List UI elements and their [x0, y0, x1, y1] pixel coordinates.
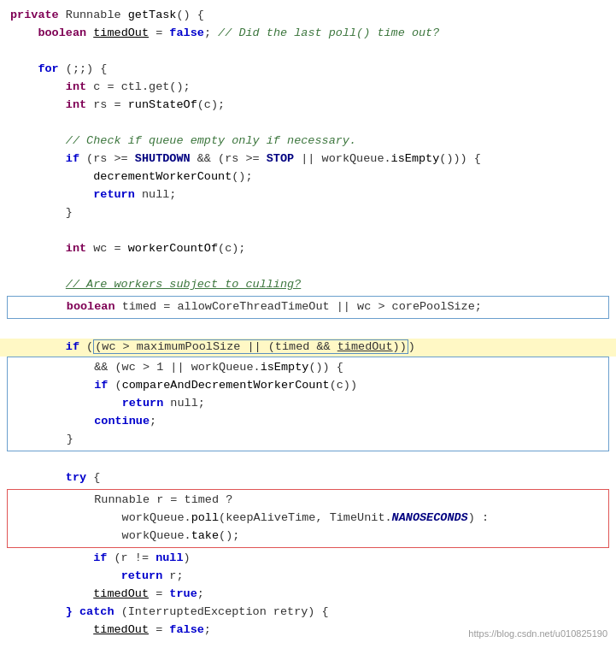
keyword: return — [121, 569, 163, 582]
keyword: return — [122, 397, 164, 410]
code-line-19-highlight: if ((wc > maximumPoolSize || (timed && t… — [0, 339, 616, 357]
keyword: boolean — [67, 300, 115, 313]
method-decrement: decrementWorkerCount — [93, 170, 232, 183]
code-line-6: int rs = runStateOf(c); — [0, 97, 616, 115]
keyword: if — [93, 551, 107, 564]
code-line-20b: if (compareAndDecrementWorkerCount(c)) — [11, 377, 605, 395]
code-line-5: int c = ctl.get(); — [0, 79, 616, 97]
code-line-23b: workQueue.poll(keepAliveTime, TimeUnit.N… — [11, 510, 605, 528]
code-line-26: timedOut = true; — [0, 586, 616, 604]
keyword: return — [93, 188, 135, 201]
method-isempty2: isEmpty — [261, 361, 309, 374]
keyword: } catch — [66, 605, 114, 618]
code-line-17: boolean timed = allowCoreThreadTimeOut |… — [11, 298, 605, 316]
code-line-4: for (;;) { — [0, 61, 616, 79]
keyword: if — [66, 152, 79, 165]
code-line-blank-6 — [0, 451, 616, 469]
watermark: https://blog.csdn.net/u010825190 — [468, 627, 607, 641]
code-line-blank-5 — [0, 321, 616, 339]
var-timedout2: timedOut — [337, 340, 393, 353]
code-line-25: return r; — [0, 568, 616, 586]
keyword: boolean — [38, 27, 86, 39]
code-line-blank-2 — [0, 115, 616, 133]
code-line-27: } catch (InterruptedException retry) { — [0, 604, 616, 622]
keyword: int — [66, 242, 86, 255]
keyword: false — [169, 623, 204, 636]
keyword: continue — [94, 415, 150, 427]
method-name: getTask — [128, 9, 177, 21]
code-line-23a: Runnable r = timed ? — [11, 492, 605, 510]
comment: // Check if queue empty only if necessar… — [66, 134, 356, 147]
keyword: int — [66, 80, 86, 93]
box-red-runnable: Runnable r = timed ? workQueue.poll(keep… — [7, 489, 609, 548]
keyword: if — [94, 379, 108, 392]
box-blue-timed: boolean timed = allowCoreThreadTimeOut |… — [7, 296, 609, 319]
method-cas: compareAndDecrementWorkerCount — [122, 379, 330, 392]
code-line-1: private Runnable getTask() { — [0, 7, 616, 25]
inline-box-condition: (wc > maximumPoolSize || (timed && timed… — [93, 339, 408, 354]
const-stop: STOP — [267, 152, 294, 165]
code-line-22: try { — [0, 469, 616, 487]
code-line-blank-4 — [0, 258, 616, 276]
code-viewer: private Runnable getTask() { boolean tim… — [0, 0, 616, 646]
code-line-14: int wc = workerCountOf(c); — [0, 240, 616, 258]
code-line-11: return null; — [0, 186, 616, 204]
var-timedout: timedOut — [93, 27, 149, 39]
comment-culling: // Are workers subject to culling? — [66, 278, 301, 291]
code-line-blank-1 — [0, 43, 616, 61]
code-line-23c: workQueue.take(); — [11, 528, 605, 545]
method-runstateof: runStateOf — [128, 98, 197, 111]
code-line-comment-2: // Are workers subject to culling? — [0, 276, 616, 294]
code-line-20c: return null; — [11, 395, 605, 413]
keyword: for — [38, 62, 58, 75]
code-line-blank-3 — [0, 222, 616, 240]
code-line-10: decrementWorkerCount(); — [0, 168, 616, 186]
var-timedout3: timedOut — [93, 587, 149, 600]
keyword: false — [169, 27, 204, 39]
code-line-20e: } — [11, 431, 605, 449]
method-poll: poll — [191, 511, 219, 524]
method-isempty: isEmpty — [391, 152, 440, 165]
code-line-comment-1: // Check if queue empty only if necessar… — [0, 133, 616, 150]
keyword: if — [66, 340, 79, 353]
const-nanoseconds: NANOSECONDS — [392, 511, 468, 524]
const-shutdown: SHUTDOWN — [135, 152, 191, 165]
keyword: private — [10, 9, 59, 21]
keyword: int — [66, 98, 86, 111]
comment: // Did the last poll() time out? — [218, 27, 439, 39]
code-line-20a: && (wc > 1 || workQueue.isEmpty()) { — [11, 359, 605, 377]
code-line-12: } — [0, 204, 616, 222]
method-workercountof: workerCountOf — [128, 242, 218, 255]
box-blue-inner: && (wc > 1 || workQueue.isEmpty()) { if … — [7, 357, 609, 451]
code-line-24: if (r != null) — [0, 550, 616, 568]
keyword: try — [66, 471, 86, 484]
var-timedout4: timedOut — [93, 623, 149, 636]
code-line-20d: continue; — [11, 413, 605, 431]
code-line-2: boolean timedOut = false; // Did the las… — [0, 25, 616, 43]
method-take: take — [191, 529, 219, 542]
keyword: true — [169, 587, 197, 600]
keyword: null — [155, 551, 183, 564]
code-line-9: if (rs >= SHUTDOWN && (rs >= STOP || wor… — [0, 150, 616, 168]
